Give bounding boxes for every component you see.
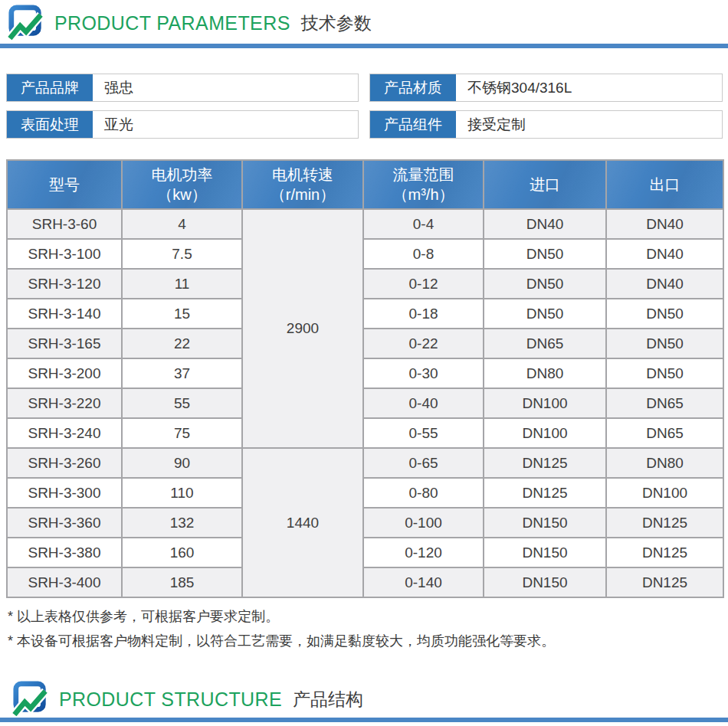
cell-flow: 0-22 — [363, 329, 484, 358]
cell-power: 11 — [122, 269, 242, 299]
info-box-surface: 表面处理 亚光 — [6, 110, 359, 139]
table-row: SRH-3-100 7.5 0-8 DN50 DN40 — [7, 239, 723, 269]
footnote-line-1: * 以上表格仅供参考，可根据客户要求定制。 — [8, 604, 555, 629]
cell-outlet: DN125 — [606, 508, 723, 538]
header-cell-model: 型号 — [7, 160, 122, 209]
cell-outlet: DN125 — [606, 567, 723, 597]
product-structure-section-header: PRODUCT STRUCTURE 产品结构 — [12, 681, 363, 718]
cell-power: 7.5 — [122, 239, 242, 269]
cell-outlet: DN40 — [606, 239, 723, 269]
cell-inlet: DN100 — [484, 388, 606, 418]
cell-model: SRH-3-220 — [7, 388, 122, 418]
table-row: SRH-3-200 37 0-30 DN80 DN50 — [7, 358, 723, 388]
blue-divider-line — [0, 44, 728, 48]
info-value-material: 不锈钢304/316L — [456, 74, 722, 101]
section-title-en: PRODUCT STRUCTURE — [59, 688, 282, 711]
cell-power: 37 — [122, 358, 242, 388]
cell-flow: 0-65 — [363, 448, 484, 478]
info-box-component: 产品组件 接受定制 — [369, 110, 723, 139]
table-row: SRH-3-140 15 0-18 DN50 DN50 — [7, 299, 723, 329]
table-row: SRH-3-220 55 0-40 DN100 DN65 — [7, 388, 723, 418]
cell-inlet: DN50 — [484, 269, 606, 299]
cell-inlet: DN150 — [484, 567, 606, 597]
cell-model: SRH-3-165 — [7, 329, 122, 358]
section-title-zh: 产品结构 — [293, 688, 363, 711]
cell-flow: 0-100 — [363, 508, 484, 538]
cell-flow: 0-30 — [363, 358, 484, 388]
brand-logo-icon — [8, 5, 44, 41]
cell-outlet: DN65 — [606, 388, 723, 418]
cell-model: SRH-3-380 — [7, 538, 122, 567]
cell-inlet: DN150 — [484, 508, 606, 538]
cell-outlet: DN50 — [606, 358, 723, 388]
cell-inlet: DN50 — [484, 239, 606, 269]
table-row: SRH-3-360 132 0-100 DN150 DN125 — [7, 508, 723, 538]
section-title-zh: 技术参数 — [301, 11, 372, 35]
cell-power: 132 — [122, 508, 242, 538]
cell-flow: 0-140 — [363, 567, 484, 597]
cell-rpm-group: 1440 — [242, 448, 363, 597]
cell-model: SRH-3-260 — [7, 448, 122, 478]
header-cell-inlet: 进口 — [484, 160, 606, 209]
table-row: SRH-3-165 22 0-22 DN65 DN50 — [7, 329, 723, 358]
info-label-brand: 产品品牌 — [7, 74, 93, 101]
cell-inlet: DN125 — [484, 448, 606, 478]
product-parameters-section-header: PRODUCT PARAMETERS 技术参数 — [8, 5, 372, 41]
cell-outlet: DN50 — [606, 329, 723, 358]
cell-power: 15 — [122, 299, 242, 329]
cell-power: 160 — [122, 538, 242, 567]
cell-outlet: DN50 — [606, 299, 723, 329]
cell-inlet: DN50 — [484, 299, 606, 329]
info-box-material: 产品材质 不锈钢304/316L — [369, 74, 723, 102]
cell-outlet: DN100 — [606, 478, 723, 508]
table-row: SRH-3-300 110 0-80 DN125 DN100 — [7, 478, 723, 508]
cell-model: SRH-3-240 — [7, 418, 122, 448]
info-label-material: 产品材质 — [370, 74, 456, 101]
cell-outlet: DN125 — [606, 538, 723, 567]
cell-flow: 0-80 — [363, 478, 484, 508]
cell-inlet: DN40 — [484, 209, 606, 239]
cell-power: 55 — [122, 388, 242, 418]
header-cell-flow-range: 流量范围（m³/h） — [363, 160, 484, 209]
info-label-component: 产品组件 — [370, 111, 456, 138]
cell-model: SRH-3-60 — [7, 209, 122, 239]
cell-power: 110 — [122, 478, 242, 508]
cell-flow: 0-120 — [363, 538, 484, 567]
blue-divider-line — [0, 718, 728, 722]
spec-table: 型号 电机功率（kw） 电机转速（r/min） 流量范围（m³/h） 进口 出口… — [6, 159, 724, 598]
cell-rpm-group: 2900 — [242, 209, 363, 448]
cell-model: SRH-3-140 — [7, 299, 122, 329]
section-title-en: PRODUCT PARAMETERS — [54, 12, 290, 34]
cell-inlet: DN80 — [484, 358, 606, 388]
footnotes: * 以上表格仅供参考，可根据客户要求定制。 * 本设备可根据客户物料定制，以符合… — [8, 604, 555, 653]
cell-model: SRH-3-120 — [7, 269, 122, 299]
cell-flow: 0-18 — [363, 299, 484, 329]
cell-outlet: DN65 — [606, 418, 723, 448]
info-value-brand: 强忠 — [93, 74, 358, 101]
cell-power: 185 — [122, 567, 242, 597]
table-row: SRH-3-380 160 0-120 DN150 DN125 — [7, 538, 723, 567]
table-row: SRH-3-400 185 0-140 DN150 DN125 — [7, 567, 723, 597]
cell-power: 90 — [122, 448, 242, 478]
info-label-surface: 表面处理 — [7, 111, 93, 138]
cell-inlet: DN65 — [484, 329, 606, 358]
cell-inlet: DN150 — [484, 538, 606, 567]
cell-flow: 0-8 — [363, 239, 484, 269]
cell-model: SRH-3-400 — [7, 567, 122, 597]
cell-power: 75 — [122, 418, 242, 448]
header-cell-motor-power: 电机功率（kw） — [122, 160, 242, 209]
info-value-surface: 亚光 — [93, 111, 358, 138]
cell-flow: 0-12 — [363, 269, 484, 299]
header-cell-motor-speed: 电机转速（r/min） — [242, 160, 363, 209]
cell-model: SRH-3-360 — [7, 508, 122, 538]
cell-model: SRH-3-100 — [7, 239, 122, 269]
cell-model: SRH-3-200 — [7, 358, 122, 388]
table-row: SRH-3-120 11 0-12 DN50 DN40 — [7, 269, 723, 299]
footnote-line-2: * 本设备可根据客户物料定制，以符合工艺需要，如满足黏度较大，均质功能强化等要求… — [8, 629, 555, 653]
table-row: SRH-3-240 75 0-55 DN100 DN65 — [7, 418, 723, 448]
cell-flow: 0-4 — [363, 209, 484, 239]
cell-outlet: DN80 — [606, 448, 723, 478]
table-row: SRH-3-60 4 2900 0-4 DN40 DN40 — [7, 209, 723, 239]
cell-inlet: DN125 — [484, 478, 606, 508]
cell-power: 22 — [122, 329, 242, 358]
